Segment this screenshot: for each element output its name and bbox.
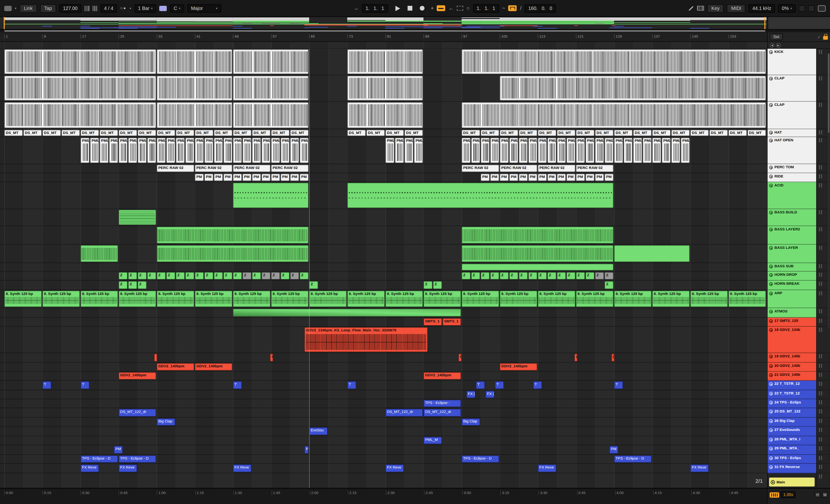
clip[interactable]: PM: [252, 174, 261, 181]
chevron-down-icon[interactable]: [769, 456, 773, 460]
clip[interactable]: T: [233, 381, 242, 389]
vertical-scrollbar[interactable]: [828, 54, 830, 329]
clip[interactable]: 8. Synth 125 bp: [576, 291, 613, 307]
clip[interactable]: PML_M: [681, 138, 690, 163]
clip[interactable]: PML_M: [423, 437, 442, 444]
clip[interactable]: PML_M: [233, 138, 242, 163]
chevron-down-icon[interactable]: [769, 282, 773, 285]
time-ruler[interactable]: 0:000:150:300:451:001:151:301:452:002:15…: [0, 488, 767, 504]
clip[interactable]: 8. Synth 125 bp: [271, 291, 309, 307]
link-button[interactable]: Link: [20, 4, 37, 12]
clip[interactable]: GDV2_140bpm: [157, 363, 194, 371]
track-lane-main[interactable]: [0, 473, 767, 488]
clip[interactable]: PML_M: [624, 138, 633, 163]
clip[interactable]: DS_MT: [404, 130, 423, 136]
clip[interactable]: PML_M: [271, 138, 280, 163]
clip[interactable]: PML_M: [176, 138, 185, 163]
clip[interactable]: PML_M: [662, 138, 671, 163]
clip[interactable]: Z: [271, 272, 280, 280]
key-map-button[interactable]: Key: [707, 4, 724, 12]
clip[interactable]: PM: [605, 174, 613, 181]
chevron-down-icon[interactable]: [769, 227, 773, 231]
track-header-30-tps-eclips[interactable]: 30 TPS - Eclips: [768, 455, 817, 464]
clip[interactable]: Z: [157, 272, 166, 280]
clip[interactable]: DS_MT: [4, 130, 23, 136]
clip[interactable]: PML_M: [576, 138, 585, 163]
computer-keyboard-icon[interactable]: [697, 6, 704, 11]
clip[interactable]: PML_M: [500, 138, 509, 163]
track-header-26-big-clap[interactable]: 26 Big Clap: [768, 418, 817, 427]
clip[interactable]: TPS - Eclipse - D: [119, 455, 156, 463]
clip[interactable]: PML_M: [157, 138, 166, 163]
clip[interactable]: T: [533, 381, 542, 389]
clip[interactable]: PERC RAW 02: [500, 165, 537, 172]
chevron-down-icon[interactable]: [769, 428, 773, 432]
clip[interactable]: T: [476, 381, 485, 389]
clip[interactable]: DS_MT: [614, 130, 633, 136]
arrangement-overview[interactable]: [0, 17, 830, 30]
clip[interactable]: PML_M: [90, 138, 99, 163]
clip[interactable]: DS_MT: [538, 130, 556, 136]
track-lane-horn-break[interactable]: ZZZZZZZ: [0, 281, 767, 290]
main-track-button[interactable]: Main: [769, 477, 815, 486]
clip[interactable]: FX (: [467, 390, 475, 398]
clip[interactable]: FX Reve: [233, 464, 251, 472]
play-icon[interactable]: [395, 6, 400, 11]
chevron-down-icon[interactable]: [769, 131, 773, 134]
clip[interactable]: DS_MT: [23, 130, 42, 136]
session-record-icon[interactable]: ○: [467, 5, 470, 11]
clip[interactable]: Z: [519, 272, 528, 280]
clip[interactable]: PML_M: [99, 138, 108, 163]
clip[interactable]: PML_M: [671, 138, 680, 163]
clip[interactable]: 8. Synth 125 bp: [614, 291, 651, 307]
clip[interactable]: [4, 49, 156, 74]
clip[interactable]: PM: [195, 174, 204, 181]
track-lane-acid[interactable]: [0, 182, 767, 209]
track-header-main[interactable]: Main: [768, 473, 817, 488]
clip[interactable]: DS_MT: [157, 130, 175, 136]
draw-mode-icon[interactable]: [689, 6, 693, 11]
track-lane-clap[interactable]: [0, 75, 767, 102]
clip[interactable]: PML_M: [252, 138, 261, 163]
scale-keys-icon[interactable]: [159, 6, 167, 11]
track-header-perc-tom[interactable]: PERC TOM: [768, 164, 817, 173]
clip[interactable]: PML_M: [261, 138, 270, 163]
chevron-down-icon[interactable]: [769, 184, 773, 187]
track-header-bass-build[interactable]: BASS BUILD: [768, 209, 817, 226]
clip[interactable]: [347, 183, 613, 208]
nudge-down-icon[interactable]: [85, 6, 89, 11]
clip[interactable]: DS_MT: [671, 130, 690, 136]
clip[interactable]: DS_MT: [195, 130, 213, 136]
clip[interactable]: PM: [290, 174, 299, 181]
clip[interactable]: Z: [195, 272, 204, 280]
clip[interactable]: 8. Synth 125 bp: [42, 291, 80, 307]
clip[interactable]: DS_MT: [347, 130, 366, 136]
track-lane-28-pml-mta-i[interactable]: PML_M: [0, 436, 767, 445]
clip[interactable]: PM: [509, 174, 518, 181]
clip[interactable]: Z: [261, 272, 270, 280]
clip[interactable]: DS_MT: [99, 130, 118, 136]
clip[interactable]: G: [458, 354, 461, 362]
clip[interactable]: DS_MT: [138, 130, 156, 136]
clip[interactable]: G: [270, 354, 273, 362]
clip[interactable]: Z: [605, 272, 613, 280]
quantize-menu[interactable]: 1 Bar▾: [134, 4, 157, 12]
clip[interactable]: PML_M: [652, 138, 661, 163]
clip[interactable]: Z: [119, 281, 128, 289]
track-lane-29-pml-mta[interactable]: PMPPM: [0, 445, 767, 455]
clip[interactable]: T: [81, 381, 90, 389]
clip[interactable]: Z: [557, 272, 566, 280]
clip[interactable]: Z: [166, 272, 175, 280]
clip[interactable]: Z: [509, 272, 518, 280]
clip[interactable]: [81, 245, 118, 262]
clip[interactable]: DS_MT: [652, 130, 671, 136]
clip[interactable]: 8. Synth 125 bp: [423, 291, 461, 307]
clip[interactable]: T: [614, 381, 623, 389]
track-header-horn-break[interactable]: HORN BREAK: [768, 281, 817, 290]
track-lane-bass-layer[interactable]: [0, 245, 767, 263]
metronome-icon[interactable]: ○●: [120, 6, 126, 11]
clip[interactable]: TPS - Eclipse - D: [461, 455, 499, 463]
clip[interactable]: PML_M: [243, 138, 251, 163]
clip[interactable]: PML_M: [461, 138, 471, 163]
track-lane-19-gdv2-140b[interactable]: GG((: [0, 353, 767, 363]
